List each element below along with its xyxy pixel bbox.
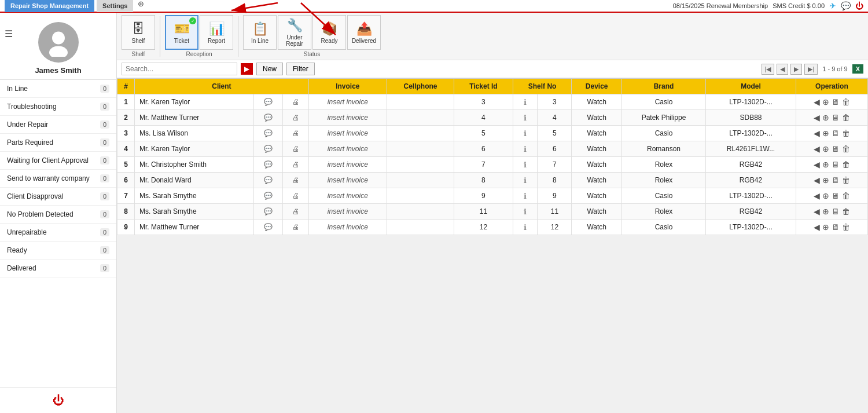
- sidebar-item-ready[interactable]: Ready0: [0, 242, 116, 260]
- cell-print-icon[interactable]: 🖨: [282, 220, 308, 235]
- op-add-icon[interactable]: ⊕: [822, 113, 829, 122]
- cell-info-icon[interactable]: ℹ: [513, 141, 538, 157]
- info-icon[interactable]: ℹ: [524, 145, 527, 153]
- message-icon[interactable]: 💬: [264, 98, 273, 106]
- op-delete-icon[interactable]: 🗑: [842, 144, 850, 153]
- op-delete-icon[interactable]: 🗑: [842, 176, 850, 185]
- info-icon[interactable]: ℹ: [524, 223, 527, 232]
- op-add-icon[interactable]: ⊕: [822, 191, 829, 200]
- op-add-icon[interactable]: ⊕: [822, 144, 829, 153]
- info-icon[interactable]: ℹ: [524, 160, 527, 169]
- whatsapp-icon[interactable]: 💬: [841, 1, 851, 10]
- op-monitor-icon[interactable]: 🖥: [832, 129, 840, 138]
- op-arrow-icon[interactable]: ◀: [814, 129, 820, 138]
- cell-msg-icon[interactable]: 💬: [254, 141, 283, 157]
- add-tab-icon[interactable]: ⊕: [138, 0, 144, 12]
- op-arrow-icon[interactable]: ◀: [814, 97, 820, 107]
- ready-button[interactable]: 📦 Ready: [312, 15, 346, 50]
- info-icon[interactable]: ℹ: [524, 114, 527, 122]
- info-icon[interactable]: ℹ: [524, 176, 527, 185]
- op-arrow-icon[interactable]: ◀: [814, 176, 820, 185]
- message-icon[interactable]: 💬: [264, 145, 273, 153]
- hamburger-menu[interactable]: ☰: [5, 28, 13, 39]
- cell-print-icon[interactable]: 🖨: [282, 141, 308, 157]
- cell-print-icon[interactable]: 🖨: [282, 126, 308, 141]
- info-icon[interactable]: ℹ: [524, 192, 527, 200]
- print-icon[interactable]: 🖨: [292, 114, 299, 122]
- op-add-icon[interactable]: ⊕: [822, 97, 829, 107]
- sidebar-item-send-to-warranty-company[interactable]: Send to warranty company0: [0, 170, 116, 188]
- cell-invoice[interactable]: insert invoice: [308, 188, 387, 204]
- op-delete-icon[interactable]: 🗑: [842, 191, 850, 200]
- cell-msg-icon[interactable]: 💬: [254, 220, 283, 235]
- cell-info-icon[interactable]: ℹ: [513, 126, 538, 141]
- cell-print-icon[interactable]: 🖨: [282, 173, 308, 188]
- print-icon[interactable]: 🖨: [292, 223, 299, 231]
- message-icon[interactable]: 💬: [264, 114, 273, 122]
- op-add-icon[interactable]: ⊕: [822, 129, 829, 138]
- cell-info-icon[interactable]: ℹ: [513, 220, 538, 235]
- op-monitor-icon[interactable]: 🖥: [832, 144, 840, 153]
- sidebar-item-under-repair[interactable]: Under Repair0: [0, 116, 116, 134]
- search-play-button[interactable]: ▶: [241, 63, 253, 75]
- settings-tab[interactable]: Settings: [97, 0, 133, 12]
- shelf-button[interactable]: 🗄 Shelf: [122, 15, 155, 50]
- sidebar-item-client-disapproval[interactable]: Client Disapproval0: [0, 188, 116, 206]
- op-arrow-icon[interactable]: ◀: [814, 144, 820, 153]
- cell-invoice[interactable]: insert invoice: [308, 94, 387, 110]
- op-arrow-icon[interactable]: ◀: [814, 222, 820, 232]
- cell-print-icon[interactable]: 🖨: [282, 94, 308, 110]
- inline-button[interactable]: 📋 In Line: [243, 15, 277, 50]
- cell-msg-icon[interactable]: 💬: [254, 157, 283, 173]
- cell-msg-icon[interactable]: 💬: [254, 204, 283, 220]
- cell-print-icon[interactable]: 🖨: [282, 157, 308, 173]
- message-icon[interactable]: 💬: [264, 129, 273, 137]
- repair-shop-tab[interactable]: Repair Shop Management: [5, 0, 94, 12]
- message-icon[interactable]: 💬: [264, 207, 273, 215]
- op-monitor-icon[interactable]: 🖥: [832, 191, 840, 200]
- op-add-icon[interactable]: ⊕: [822, 160, 829, 169]
- cell-invoice[interactable]: insert invoice: [308, 204, 387, 220]
- cell-invoice[interactable]: insert invoice: [308, 141, 387, 157]
- cell-info-icon[interactable]: ℹ: [513, 173, 538, 188]
- cell-msg-icon[interactable]: 💬: [254, 110, 283, 126]
- print-icon[interactable]: 🖨: [292, 192, 299, 200]
- search-input[interactable]: [122, 63, 237, 75]
- logout-icon[interactable]: ⏻: [53, 394, 64, 407]
- power-icon[interactable]: ⏻: [855, 1, 863, 10]
- op-arrow-icon[interactable]: ◀: [814, 207, 820, 216]
- cell-msg-icon[interactable]: 💬: [254, 94, 283, 110]
- cell-info-icon[interactable]: ℹ: [513, 204, 538, 220]
- first-page-btn[interactable]: |◀: [762, 64, 775, 75]
- last-page-btn[interactable]: ▶|: [804, 64, 818, 75]
- info-icon[interactable]: ℹ: [524, 207, 527, 216]
- cell-print-icon[interactable]: 🖨: [282, 204, 308, 220]
- op-monitor-icon[interactable]: 🖥: [832, 97, 840, 107]
- sidebar-item-no-problem-detected[interactable]: No Problem Detected0: [0, 206, 116, 224]
- op-delete-icon[interactable]: 🗑: [842, 113, 850, 122]
- print-icon[interactable]: 🖨: [292, 176, 299, 184]
- cell-invoice[interactable]: insert invoice: [308, 126, 387, 141]
- message-icon[interactable]: 💬: [264, 160, 273, 169]
- cell-info-icon[interactable]: ℹ: [513, 110, 538, 126]
- op-add-icon[interactable]: ⊕: [822, 176, 829, 185]
- op-monitor-icon[interactable]: 🖥: [832, 207, 840, 216]
- op-delete-icon[interactable]: 🗑: [842, 160, 850, 169]
- print-icon[interactable]: 🖨: [292, 129, 299, 137]
- print-icon[interactable]: 🖨: [292, 160, 299, 169]
- print-icon[interactable]: 🖨: [292, 207, 299, 215]
- ticket-button[interactable]: 🎫 Ticket ✓: [165, 15, 198, 50]
- new-button[interactable]: New: [256, 63, 283, 75]
- sidebar-item-in-line[interactable]: In Line0: [0, 80, 116, 98]
- print-icon[interactable]: 🖨: [292, 145, 299, 153]
- sidebar-item-waiting-for-client-approval[interactable]: Waiting for Client Approval0: [0, 152, 116, 170]
- info-icon[interactable]: ℹ: [524, 98, 527, 107]
- op-add-icon[interactable]: ⊕: [822, 222, 829, 232]
- cell-invoice[interactable]: insert invoice: [308, 173, 387, 188]
- report-button[interactable]: 📊 Report: [200, 15, 233, 50]
- op-add-icon[interactable]: ⊕: [822, 207, 829, 216]
- op-monitor-icon[interactable]: 🖥: [832, 113, 840, 122]
- cell-invoice[interactable]: insert invoice: [308, 157, 387, 173]
- message-icon[interactable]: 💬: [264, 192, 273, 200]
- telegram-icon[interactable]: ✈: [829, 1, 836, 10]
